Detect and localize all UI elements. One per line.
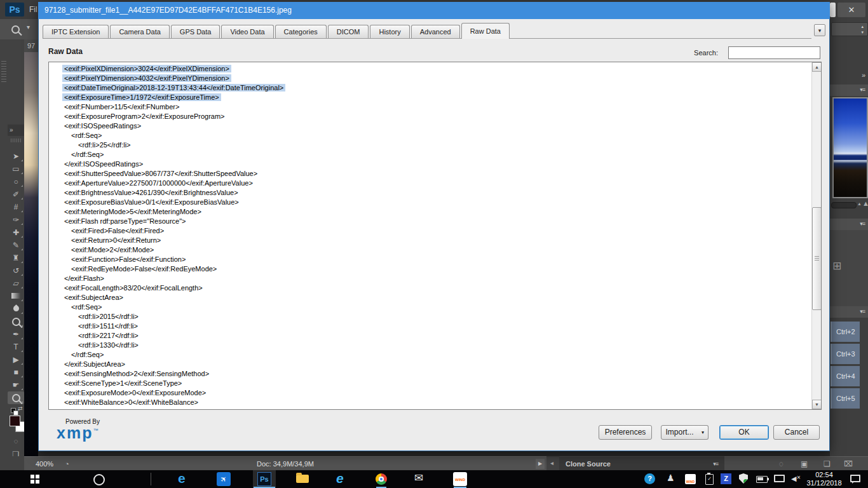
status-flyout-icon[interactable]: ▶ bbox=[536, 459, 545, 469]
internet-explorer-icon[interactable]: e bbox=[336, 471, 344, 486]
shape-tool[interactable]: ■ bbox=[8, 366, 24, 379]
navigator-thumbnail[interactable] bbox=[832, 97, 868, 198]
vertical-scrollbar[interactable]: ▲ ▼ bbox=[811, 62, 821, 409]
channel-row-ctrl-5[interactable]: Ctrl+5 bbox=[831, 388, 860, 409]
tab-overflow-button[interactable]: ▾ bbox=[814, 24, 825, 36]
collapse-panel-icon[interactable]: » bbox=[8, 125, 24, 136]
tab-dicom[interactable]: DICOM bbox=[328, 25, 369, 38]
eraser-tool[interactable]: ▱ bbox=[8, 277, 24, 290]
clone-stamp-tool[interactable]: ♜ bbox=[8, 252, 24, 264]
search-input[interactable] bbox=[728, 46, 820, 59]
healing-brush-tool[interactable]: ✚ bbox=[8, 226, 24, 239]
default-colors-control[interactable]: ⇄ bbox=[9, 405, 25, 414]
channel-row-ctrl-3[interactable]: Ctrl+3 bbox=[831, 344, 860, 364]
history-brush-tool[interactable]: ↺ bbox=[8, 264, 24, 277]
file-explorer-icon[interactable] bbox=[296, 475, 309, 483]
zoom-out-mountain-icon[interactable]: ▲ bbox=[857, 201, 862, 206]
channel-row-ctrl-4[interactable]: Ctrl+4 bbox=[831, 366, 860, 386]
tab-camera-data[interactable]: Camera Data bbox=[110, 25, 169, 38]
tab-advanced[interactable]: Advanced bbox=[411, 25, 460, 38]
eyedropper-tool[interactable]: ✑ bbox=[8, 214, 24, 226]
raw-data-line: </rdf:Seq> bbox=[49, 350, 811, 360]
battery-tray-icon[interactable] bbox=[756, 476, 768, 483]
usb-tray-icon[interactable]: ✓ bbox=[705, 474, 714, 485]
raw-data-textarea[interactable]: <exif:PixelXDimension>3024</exif:PixelXD… bbox=[48, 62, 822, 410]
import-button[interactable]: Import... bbox=[661, 425, 698, 440]
scroll-down-icon[interactable]: ▼ bbox=[812, 400, 822, 409]
path-selection-tool[interactable]: ▶ bbox=[8, 353, 24, 366]
pen-tool[interactable]: ✒ bbox=[8, 328, 24, 341]
hand-tool[interactable]: ☛ bbox=[8, 379, 24, 391]
close-window-button[interactable]: ✕ bbox=[837, 3, 865, 17]
menu-file-partial[interactable]: Fil bbox=[29, 0, 37, 19]
volume-muted-icon[interactable]: ◀✕ bbox=[791, 475, 801, 483]
gradient-tool[interactable] bbox=[8, 290, 24, 302]
scroll-left-icon[interactable]: ◂ bbox=[550, 456, 553, 470]
preferences-button[interactable]: Preferences bbox=[599, 425, 652, 440]
start-button[interactable] bbox=[31, 475, 39, 484]
ok-button[interactable]: OK bbox=[719, 425, 769, 440]
tab-categories[interactable]: Categories bbox=[275, 25, 327, 38]
chevron-down-icon[interactable]: ▾ bbox=[27, 24, 30, 30]
document-tab-partial[interactable]: 97 bbox=[24, 39, 38, 52]
zoom-tool[interactable] bbox=[8, 391, 24, 404]
panel-menu-icon[interactable]: ▾≡ bbox=[860, 86, 865, 93]
navigator-zoom-slider[interactable] bbox=[831, 202, 857, 208]
foreground-color-swatch[interactable] bbox=[10, 416, 20, 426]
chrome-taskbar-icon[interactable] bbox=[376, 473, 387, 485]
edge-taskbar-icon[interactable]: e bbox=[178, 471, 186, 486]
taskbar-clock[interactable]: 02:54 31/12/2018 bbox=[804, 471, 844, 487]
crop-tool[interactable]: # bbox=[8, 201, 24, 214]
import-dropdown-icon[interactable]: ▾ bbox=[698, 425, 709, 440]
people-tray-icon[interactable]: ♟ bbox=[667, 473, 675, 483]
raw-data-line: <exif:ExposureTime>1/1972</exif:Exposure… bbox=[49, 93, 811, 102]
panel-menu-icon[interactable]: ▾≡ bbox=[860, 220, 865, 227]
blur-tool[interactable] bbox=[8, 302, 24, 315]
defender-tray-icon[interactable] bbox=[739, 473, 748, 484]
new-channel-icon[interactable]: ❏ bbox=[824, 457, 831, 471]
action-center-icon[interactable] bbox=[850, 475, 860, 482]
panel-menu-icon[interactable]: ▾≡ bbox=[860, 308, 865, 315]
brush-tool[interactable]: ✎ bbox=[8, 239, 24, 252]
delete-channel-icon[interactable]: ⌧ bbox=[844, 457, 853, 471]
photoshop-taskbar-icon[interactable]: Ps bbox=[257, 472, 271, 486]
restore-window-button[interactable] bbox=[830, 3, 836, 17]
cortana-button[interactable] bbox=[93, 474, 105, 485]
swap-colors-icon[interactable]: ⇄ bbox=[18, 405, 23, 412]
quick-selection-tool[interactable]: ✐ bbox=[8, 188, 24, 201]
trademark-symbol: ™ bbox=[93, 428, 98, 433]
raw-data-line: <exif:RedEyeMode>False</exif:RedEyeMode> bbox=[49, 264, 811, 274]
help-tray-icon[interactable]: ? bbox=[644, 473, 655, 484]
load-selection-icon[interactable]: ◌ bbox=[779, 457, 783, 471]
left-panel-divider[interactable] bbox=[0, 39, 8, 456]
raw-data-line: <exif:DateTimeOriginal>2018-12-19T13:43:… bbox=[49, 83, 811, 93]
scrollbar-thumb[interactable] bbox=[812, 207, 822, 310]
marquee-tool[interactable]: ▭ bbox=[8, 163, 24, 175]
workspace-combobox[interactable]: ▴▾ bbox=[831, 22, 868, 36]
lasso-tool[interactable]: ○ bbox=[8, 175, 24, 188]
zonealarm-tray-icon[interactable]: Z bbox=[721, 473, 731, 484]
tab-raw-data[interactable]: Raw Data bbox=[461, 23, 510, 39]
scroll-up-icon[interactable]: ▲ bbox=[812, 62, 822, 72]
wind-taskbar-icon[interactable]: WIND bbox=[453, 472, 467, 486]
wind-tray-icon[interactable]: WIND bbox=[685, 474, 696, 484]
move-tool[interactable]: ➤ bbox=[8, 150, 24, 163]
tab-history[interactable]: History bbox=[370, 25, 409, 38]
tab-gps-data[interactable]: GPS Data bbox=[171, 25, 220, 38]
panel-menu-icon[interactable]: ▾≡ bbox=[713, 461, 718, 467]
zoom-in-mountain-icon[interactable]: ▲ bbox=[862, 200, 868, 207]
tab-video-data[interactable]: Video Data bbox=[221, 25, 273, 38]
cancel-button[interactable]: Cancel bbox=[773, 425, 820, 440]
network-tray-icon[interactable] bbox=[774, 475, 785, 482]
navigator-panel-header: ▾≡ bbox=[830, 85, 868, 96]
save-mask-icon[interactable]: ▣ bbox=[801, 457, 808, 471]
type-tool[interactable]: T bbox=[8, 341, 24, 353]
collapse-panels-icon[interactable]: » bbox=[830, 71, 865, 79]
mail-taskbar-icon[interactable]: ✉ bbox=[414, 471, 423, 485]
app-taskbar-icon[interactable]: ✈ bbox=[217, 472, 231, 486]
clone-source-panel-tab[interactable]: Clone Source ▾≡ bbox=[559, 456, 724, 470]
quick-mask-icon[interactable]: ◌ bbox=[8, 437, 24, 445]
dodge-tool[interactable] bbox=[8, 315, 24, 328]
tab-iptc-extension[interactable]: IPTC Extension bbox=[43, 25, 109, 38]
channel-row-ctrl-2[interactable]: Ctrl+2 bbox=[831, 322, 860, 342]
